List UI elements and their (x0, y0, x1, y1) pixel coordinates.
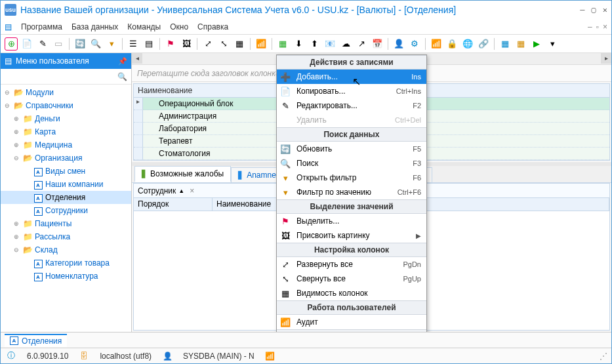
image-button[interactable]: 🖼 (180, 37, 193, 51)
excel-button[interactable]: ▦ (276, 37, 289, 51)
tree-expander-icon[interactable]: ⊖ (3, 89, 11, 96)
tree-expander-icon[interactable]: ⊕ (12, 233, 20, 240)
tree-node[interactable]: ⊕📁Карта (1, 125, 131, 138)
menu-icon[interactable]: ▤ (5, 22, 12, 31)
tree-node[interactable]: ⊕📁Пациенты (1, 217, 131, 230)
tree-node[interactable]: ⊕📁Деньги (1, 112, 131, 125)
menu-база данных[interactable]: База данных (71, 22, 118, 31)
tree-node[interactable]: AСотрудники (1, 204, 131, 217)
rss-button[interactable]: 📶 (430, 37, 443, 51)
pin-icon[interactable]: 📌 (118, 57, 127, 66)
import-button[interactable]: ⬇ (292, 37, 305, 51)
share-button[interactable]: ↗ (355, 37, 368, 51)
sidebar-search[interactable]: 🔍 (1, 69, 131, 85)
tree-node[interactable]: ⊖📂Справочники (1, 99, 131, 112)
context-item-icon: 🔄 (279, 144, 291, 154)
context-item[interactable]: 🖼Присвоить картинку▶ (277, 228, 426, 243)
context-item: УдалитьCtrl+Del (277, 113, 426, 127)
list-button[interactable]: ☰ (127, 37, 140, 51)
minimize-button[interactable]: — (580, 5, 584, 14)
export-button[interactable]: ⬆ (308, 37, 321, 51)
menu-команды[interactable]: Команды (127, 22, 161, 31)
more-button[interactable]: ▾ (546, 37, 559, 51)
context-item-label: Выделить... (296, 216, 416, 226)
edit-button[interactable]: ✎ (36, 37, 49, 51)
settings-button[interactable]: ⚙ (408, 37, 421, 51)
lower-col-order[interactable]: Порядок (134, 198, 213, 211)
maximize-button[interactable]: ▢ (592, 5, 596, 14)
lock-button[interactable]: 🔒 (445, 37, 459, 51)
resize-grip-icon[interactable]: ⋰ (600, 352, 606, 361)
tree-expander-icon[interactable]: ⊕ (12, 129, 20, 135)
user-button[interactable]: 👤 (392, 37, 405, 51)
tree-node[interactable]: ⊕📁Медицина (1, 138, 131, 152)
flag-button[interactable]: ⚑ (164, 37, 177, 51)
play-button[interactable]: ▶ (530, 37, 543, 51)
calendar-button[interactable]: 📅 (371, 37, 384, 51)
tree-node[interactable]: ⊖📂Склад (1, 243, 131, 256)
zoom-button[interactable]: 🔍 (89, 37, 102, 51)
copy-button[interactable]: 📄 (20, 37, 33, 51)
audit-button[interactable]: 📶 (255, 37, 268, 51)
scroll-right-button[interactable]: ▸ (601, 53, 611, 64)
filter-button[interactable]: ▾ (105, 37, 118, 51)
context-item[interactable]: 📄Копировать...Ctrl+Ins (277, 84, 426, 98)
menu-окно[interactable]: Окно (170, 22, 188, 31)
tree-expander-icon[interactable]: ⊖ (12, 155, 20, 161)
tree-node[interactable]: AКатегории товара (1, 256, 131, 270)
context-item[interactable]: ⤡Свернуть всеPgUp (277, 272, 426, 286)
workspace: ▤ Меню пользователя 📌 🔍 ⊖📂Модули⊖📂Справо… (1, 53, 611, 332)
filter-sort-icon[interactable]: ▲ (178, 188, 184, 194)
tree-node[interactable]: ⊖📂Организация (1, 152, 131, 165)
context-item[interactable]: ▦Видимость колонок (277, 286, 426, 300)
scroll-left-button[interactable]: ◂ (132, 53, 142, 64)
mail-button[interactable]: 📧 (323, 37, 337, 51)
menu-справка[interactable]: Справка (197, 22, 228, 31)
tree-node[interactable]: ⊖📂Модули (1, 86, 131, 99)
context-item[interactable]: 📶Аудит (277, 315, 426, 329)
sidebar-menu-icon[interactable]: ▤ (5, 56, 12, 66)
context-item[interactable]: ▾Открыть фильтрF6 (277, 171, 426, 185)
context-item[interactable]: ➕Добавить...Ins (277, 70, 426, 84)
tree-expander-icon[interactable]: ⊕ (12, 220, 20, 227)
status-info-icon: ⓘ (6, 350, 16, 361)
tree-node[interactable]: AНаши компании (1, 178, 131, 191)
context-item[interactable]: ▾Фильтр по значениюCtrl+F6 (277, 185, 426, 199)
context-item[interactable]: ✎Редактировать...F2 (277, 98, 426, 113)
detail-tab[interactable]: ▋Возможные жалобы (134, 166, 231, 182)
columns-button[interactable]: ▦ (233, 37, 246, 51)
tree-node[interactable]: AОтделения (1, 191, 131, 204)
delete-button[interactable]: ▭ (52, 37, 65, 51)
tree-label: Организация (35, 153, 82, 163)
grid2-button[interactable]: ▦ (514, 37, 527, 51)
mdi-restore-button[interactable]: ▫ (596, 22, 599, 31)
tree-node[interactable]: AВиды смен (1, 165, 131, 178)
grid1-button[interactable]: ▦ (499, 37, 512, 51)
collapse-all-button[interactable]: ⤡ (217, 37, 230, 51)
mdi-close-button[interactable]: × (603, 22, 607, 31)
earth-button[interactable]: 🌐 (461, 37, 474, 51)
tree-expander-icon[interactable]: ⊖ (12, 247, 20, 253)
context-item[interactable]: 🔄ОбновитьF5 (277, 142, 426, 156)
cloud-button[interactable]: ☁ (339, 37, 352, 51)
context-section-header: Действия с записями (277, 55, 426, 70)
tree-button[interactable]: ▤ (142, 37, 155, 51)
doc-tab-departments[interactable]: A Отделения (5, 334, 67, 347)
tree-node[interactable]: AНоменклатура (1, 270, 131, 283)
add-record-button[interactable]: ⊕ (5, 37, 18, 51)
mdi-minimize-button[interactable]: – (588, 22, 592, 31)
menu-программа[interactable]: Программа (21, 22, 62, 31)
link-button[interactable]: 🔗 (477, 37, 490, 51)
tree-node[interactable]: ⊕📁Рассылка (1, 230, 131, 243)
refresh-button[interactable]: 🔄 (73, 37, 87, 51)
context-item[interactable]: 🔍ПоискF3 (277, 156, 426, 171)
tree-expander-icon[interactable]: ⊖ (3, 102, 11, 109)
context-item[interactable]: ⤢Развернуть всеPgDn (277, 257, 426, 272)
tree-expander-icon[interactable]: ⊕ (12, 115, 20, 122)
tree-expander-icon[interactable]: ⊕ (12, 142, 20, 148)
close-button[interactable]: ✕ (603, 5, 607, 14)
filter-close-icon[interactable]: × (190, 186, 194, 195)
tree-label: Рассылка (35, 232, 70, 241)
context-item[interactable]: ⚑Выделить... (277, 214, 426, 228)
expand-all-button[interactable]: ⤢ (201, 37, 214, 51)
